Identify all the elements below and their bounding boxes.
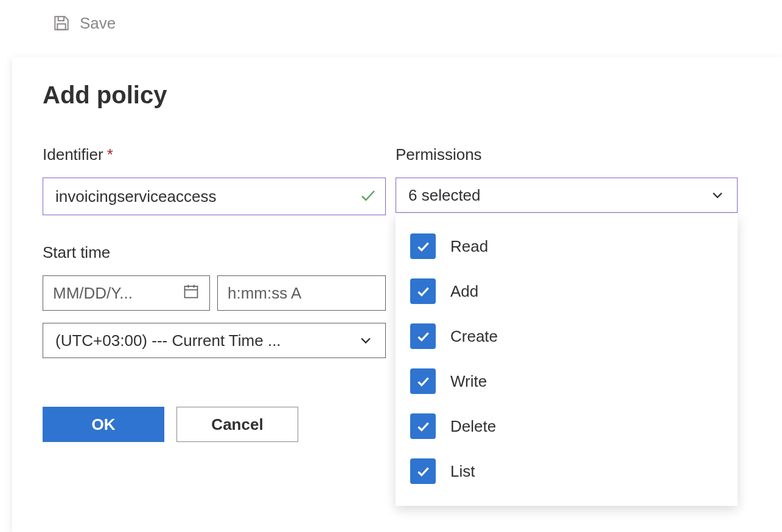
permission-option-add[interactable]: Add	[396, 269, 738, 314]
permissions-select[interactable]: 6 selected	[396, 178, 738, 213]
permission-option-label: Create	[450, 327, 498, 346]
checkbox-checked-icon	[410, 413, 436, 439]
permission-option-label: Write	[450, 372, 487, 391]
timezone-select[interactable]: (UTC+03:00) --- Current Time ...	[43, 323, 386, 358]
svg-rect-0	[57, 24, 65, 29]
start-time-placeholder: h:mm:ss A	[228, 284, 301, 303]
toolbar: Save	[0, 0, 782, 46]
permission-option-write[interactable]: Write	[396, 359, 738, 404]
required-asterisk: *	[107, 145, 113, 164]
chevron-down-icon	[709, 187, 726, 204]
checkbox-checked-icon	[410, 233, 436, 259]
checkbox-checked-icon	[410, 278, 436, 304]
save-button-label[interactable]: Save	[80, 14, 116, 33]
permission-option-label: Delete	[450, 417, 496, 436]
identifier-input[interactable]	[43, 178, 386, 215]
checkbox-checked-icon	[410, 323, 436, 349]
chevron-down-icon	[357, 332, 374, 349]
checkbox-checked-icon	[410, 368, 436, 394]
ok-button[interactable]: OK	[43, 407, 164, 442]
permission-option-create[interactable]: Create	[396, 314, 738, 359]
identifier-label-text: Identifier	[43, 145, 103, 164]
start-date-input[interactable]: MM/DD/Y...	[43, 275, 210, 311]
start-time-label: Start time	[43, 243, 386, 262]
add-policy-panel: Add policy Identifier * Start	[12, 57, 782, 530]
start-time-input[interactable]: h:mm:ss A	[217, 275, 386, 311]
start-date-placeholder: MM/DD/Y...	[53, 284, 133, 303]
svg-rect-3	[185, 286, 198, 297]
save-icon[interactable]	[52, 13, 71, 33]
permissions-summary: 6 selected	[408, 186, 481, 205]
panel-title: Add policy	[43, 81, 752, 109]
permission-option-read[interactable]: Read	[396, 224, 738, 269]
timezone-value: (UTC+03:00) --- Current Time ...	[55, 331, 281, 350]
permission-option-label: Read	[450, 237, 488, 256]
calendar-icon	[183, 283, 200, 304]
permissions-dropdown: Read Add Create	[396, 214, 738, 506]
identifier-label: Identifier *	[43, 145, 386, 164]
permissions-label: Permissions	[396, 145, 738, 164]
permission-option-delete[interactable]: Delete	[396, 404, 738, 449]
checkbox-checked-icon	[410, 458, 436, 484]
cancel-button[interactable]: Cancel	[176, 407, 298, 442]
permission-option-label: Add	[450, 282, 478, 301]
permission-option-list[interactable]: List	[396, 449, 738, 494]
permission-option-label: List	[450, 462, 475, 481]
